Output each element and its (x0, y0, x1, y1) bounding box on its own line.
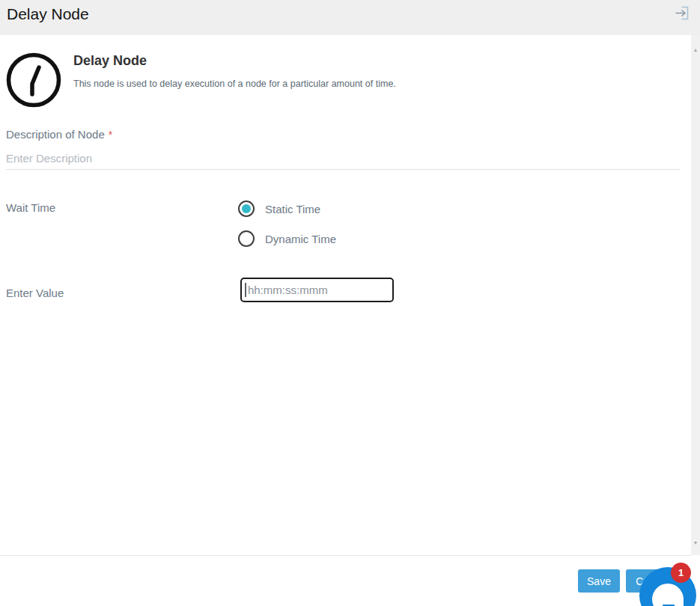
chat-notification-badge[interactable]: 1 (671, 563, 691, 583)
wait-time-label: Wait Time (6, 201, 55, 214)
time-value-input[interactable] (240, 278, 394, 302)
vertical-scrollbar[interactable]: ▲ ▼ (691, 35, 700, 555)
radio-option-static-time[interactable]: Static Time (238, 201, 320, 217)
radio-button-icon[interactable] (238, 230, 255, 247)
text-cursor (245, 283, 246, 297)
radio-button-icon[interactable] (238, 201, 255, 217)
panel-title: Delay Node (7, 5, 89, 23)
delay-node-panel: Delay Node ▲ ▼ Delay Node This node is u… (0, 0, 700, 606)
radio-label-dynamic-time[interactable]: Dynamic Time (265, 233, 336, 245)
clock-icon (5, 52, 62, 108)
radio-label-static-time[interactable]: Static Time (265, 203, 320, 215)
node-description: This node is used to delay execution of … (73, 79, 396, 89)
time-value-field-wrap (240, 278, 394, 302)
enter-value-label: Enter Value (6, 287, 64, 299)
save-button[interactable]: Save (578, 569, 620, 593)
node-title: Delay Node (73, 53, 147, 69)
scroll-up-icon[interactable]: ▲ (691, 46, 700, 55)
radio-option-dynamic-time[interactable]: Dynamic Time (238, 230, 336, 247)
radio-dot (242, 234, 251, 243)
panel-header: Delay Node (0, 0, 700, 35)
required-asterisk: * (109, 129, 112, 141)
radio-dot (242, 204, 251, 213)
footer-divider (0, 555, 691, 556)
description-of-node-label: Description of Node* (6, 128, 112, 141)
sign-in-door-arrow-icon[interactable] (675, 5, 690, 21)
description-input[interactable] (6, 147, 681, 170)
scroll-down-icon[interactable]: ▼ (691, 539, 700, 548)
